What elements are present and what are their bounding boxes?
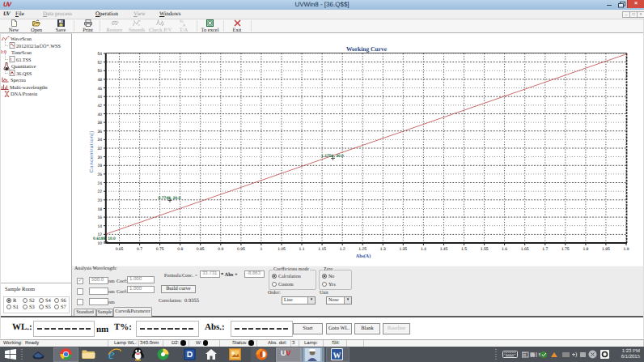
svg-text:0.6188, 10.0: 0.6188, 10.0 — [93, 236, 116, 241]
svg-text:32: 32 — [97, 147, 102, 151]
svg-text:1.1: 1.1 — [299, 247, 305, 252]
svg-text:36: 36 — [97, 130, 102, 134]
svg-text:1.85: 1.85 — [602, 247, 610, 252]
svg-text:1.35: 1.35 — [399, 247, 407, 252]
svg-text:44: 44 — [97, 95, 102, 100]
svg-text:52: 52 — [97, 61, 102, 66]
svg-text:34: 34 — [97, 138, 102, 143]
svg-text:1.2: 1.2 — [340, 247, 345, 252]
svg-text:18: 18 — [97, 207, 102, 212]
svg-text:50: 50 — [97, 69, 102, 74]
svg-text:0.95: 0.95 — [237, 247, 245, 252]
svg-text:28: 28 — [97, 164, 102, 168]
svg-text:Working Curve: Working Curve — [346, 45, 388, 53]
svg-text:1.7: 1.7 — [542, 247, 548, 252]
svg-text:0.75: 0.75 — [156, 247, 164, 252]
svg-text:24: 24 — [97, 181, 102, 186]
svg-text:1.25: 1.25 — [358, 247, 366, 252]
svg-text:1.6: 1.6 — [502, 247, 507, 252]
svg-text:1.05: 1.05 — [278, 247, 286, 252]
svg-text:20: 20 — [97, 198, 102, 203]
svg-text:1.3: 1.3 — [380, 247, 386, 252]
svg-text:A: A — [183, 23, 186, 28]
svg-text:1.9: 1.9 — [624, 247, 629, 252]
svg-text:0.85: 0.85 — [197, 247, 205, 252]
svg-text:40: 40 — [97, 113, 102, 117]
svg-text:Abs(A): Abs(A) — [356, 253, 371, 259]
svg-text:1.55: 1.55 — [481, 247, 489, 252]
svg-text:46: 46 — [97, 87, 102, 92]
svg-text:42: 42 — [97, 104, 102, 109]
svg-text:1.1756, 30.0: 1.1756, 30.0 — [321, 154, 344, 159]
svg-text:W: W — [333, 351, 341, 360]
svg-text:1.45: 1.45 — [440, 247, 448, 252]
svg-text:10: 10 — [97, 241, 102, 246]
svg-text:0.65: 0.65 — [116, 247, 124, 252]
svg-text:16: 16 — [97, 215, 102, 220]
svg-text:1.15: 1.15 — [318, 247, 326, 252]
svg-text:1.5: 1.5 — [461, 247, 467, 252]
svg-text:30: 30 — [97, 155, 102, 160]
svg-text:1.65: 1.65 — [521, 247, 529, 252]
svg-text:26: 26 — [97, 172, 102, 177]
svg-text:14: 14 — [97, 224, 102, 229]
svg-text:48: 48 — [97, 78, 102, 83]
svg-text:0.9: 0.9 — [218, 247, 223, 252]
svg-text:0.7: 0.7 — [137, 247, 142, 252]
svg-text:Concentration(): Concentration() — [89, 130, 95, 172]
svg-text:1.8: 1.8 — [583, 247, 588, 252]
svg-text:54: 54 — [97, 52, 102, 57]
svg-text:38: 38 — [97, 121, 102, 126]
svg-text:1.4: 1.4 — [421, 247, 426, 252]
svg-text:22: 22 — [97, 190, 102, 194]
svg-text:0.7748, 20.0: 0.7748, 20.0 — [159, 196, 181, 201]
svg-text:1.75: 1.75 — [561, 247, 570, 252]
svg-text:1: 1 — [261, 247, 263, 252]
svg-text:0.8: 0.8 — [177, 247, 183, 252]
